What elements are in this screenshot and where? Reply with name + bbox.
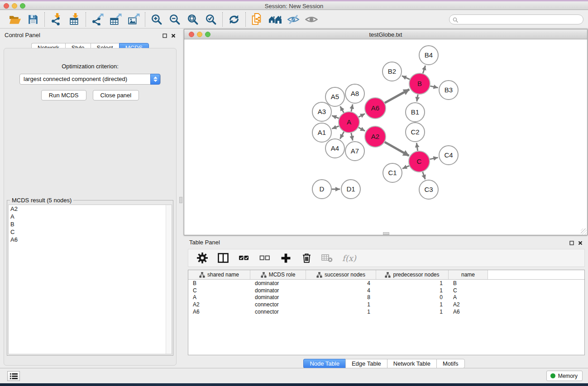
resize-grip[interactable] xyxy=(581,229,587,234)
table-cell[interactable]: A2 xyxy=(449,301,488,308)
graph-edge-A6-B[interactable] xyxy=(385,90,409,103)
tab-motifs[interactable]: Motifs xyxy=(436,359,465,368)
table-cell[interactable]: C xyxy=(449,287,488,294)
horizontal-split-handle[interactable] xyxy=(383,232,389,235)
column-header-name[interactable]: name xyxy=(449,270,488,279)
duplicate-network-icon[interactable] xyxy=(250,12,264,27)
graph-edge-A-A1[interactable] xyxy=(332,126,339,129)
table-row[interactable]: Bdominator41B xyxy=(188,280,584,287)
mcds-result-list[interactable]: A2ABCA6 xyxy=(8,205,172,354)
graph-edge-A-A3[interactable] xyxy=(332,116,339,119)
zoom-fit-icon[interactable] xyxy=(186,12,200,27)
table-cell[interactable]: A2 xyxy=(188,301,250,308)
table-cell[interactable]: 1 xyxy=(376,309,449,315)
table-cell[interactable]: dominator xyxy=(250,287,306,294)
table-cell[interactable]: 0 xyxy=(376,294,449,300)
table-cell[interactable]: 4 xyxy=(306,280,376,286)
table-cell[interactable]: A6 xyxy=(188,309,250,315)
table-cell[interactable]: dominator xyxy=(250,294,306,300)
graph-node-B1[interactable]: B1 xyxy=(406,103,425,122)
deselect-all-icon[interactable] xyxy=(259,252,271,264)
tab-node-table[interactable]: Node Table xyxy=(303,359,345,368)
graph-edge-A-A6[interactable] xyxy=(359,114,365,117)
result-list-item[interactable]: A xyxy=(9,213,172,220)
graph-edge-C-C2[interactable] xyxy=(416,143,417,151)
table-row[interactable]: Cdominator41C xyxy=(188,287,584,294)
graph-edge-A2-C[interactable] xyxy=(385,142,409,156)
graph-node-B3[interactable]: B3 xyxy=(439,81,458,100)
graph-node-A1[interactable]: A1 xyxy=(312,123,331,142)
column-header-predecessor-nodes[interactable]: predecessor nodes xyxy=(376,270,449,279)
criterion-dropdown[interactable]: largest connected component (directed) xyxy=(19,74,161,85)
result-list-item[interactable]: A6 xyxy=(9,236,172,243)
graph-node-D[interactable]: D xyxy=(312,180,331,199)
result-list-item[interactable]: A2 xyxy=(9,205,172,213)
graph-edge-B-B2[interactable] xyxy=(402,76,410,80)
table-cell[interactable]: 4 xyxy=(306,287,376,294)
run-mcds-button[interactable]: Run MCDS xyxy=(41,90,86,100)
tab-edge-table[interactable]: Edge Table xyxy=(345,359,387,368)
zoom-selected-icon[interactable] xyxy=(204,12,218,27)
zoom-in-icon[interactable] xyxy=(149,12,164,27)
refresh-icon[interactable] xyxy=(227,12,241,27)
column-browse-icon[interactable] xyxy=(217,252,229,264)
graph-node-C4[interactable]: C4 xyxy=(439,146,458,165)
graph-edge-A-A2[interactable] xyxy=(359,128,365,131)
table-cell[interactable]: B xyxy=(188,280,250,286)
float-panel-icon[interactable] xyxy=(163,32,167,40)
table-cell[interactable]: 1 xyxy=(376,301,449,308)
open-session-icon[interactable] xyxy=(8,12,22,27)
graph-edge-C-C1[interactable] xyxy=(402,166,409,168)
graph-node-A3[interactable]: A3 xyxy=(312,102,331,121)
graph-node-B4[interactable]: B4 xyxy=(419,46,438,65)
column-header-successor-nodes[interactable]: successor nodes xyxy=(306,270,376,279)
graph-node-A[interactable]: A xyxy=(339,112,359,133)
node-table[interactable]: shared nameMCDS rolesuccessor nodesprede… xyxy=(188,270,585,355)
export-table-icon[interactable] xyxy=(108,12,123,27)
graph-node-A6[interactable]: A6 xyxy=(365,98,386,119)
add-row-icon[interactable] xyxy=(280,252,292,264)
graph-edge-B-B4[interactable] xyxy=(423,66,425,73)
import-network-icon[interactable] xyxy=(49,12,63,27)
graph-edge-A-A7[interactable] xyxy=(351,133,353,141)
function-builder-icon[interactable]: f(x) xyxy=(342,252,356,264)
graph-edge-A-A5[interactable] xyxy=(340,106,344,113)
result-list-item[interactable]: C xyxy=(9,228,172,236)
column-header-MCDS-role[interactable]: MCDS role xyxy=(250,270,306,279)
table-row[interactable]: A6connector11A6 xyxy=(188,308,584,315)
table-cell[interactable]: A xyxy=(449,294,488,300)
table-cell[interactable]: A6 xyxy=(449,309,488,315)
table-cell[interactable]: dominator xyxy=(250,280,306,286)
close-panel-icon[interactable] xyxy=(171,32,176,40)
table-cell[interactable]: connector xyxy=(250,301,306,308)
graph-node-C[interactable]: C xyxy=(409,151,430,172)
graph-node-B[interactable]: B xyxy=(409,73,430,94)
graph-node-A7[interactable]: A7 xyxy=(345,142,364,161)
table-options-icon[interactable] xyxy=(196,252,208,264)
graph-node-D1[interactable]: D1 xyxy=(341,180,360,199)
table-cell[interactable]: 1 xyxy=(306,301,376,308)
zoom-out-icon[interactable] xyxy=(167,12,182,27)
float-table-panel-icon[interactable] xyxy=(569,239,574,247)
network-canvas[interactable]: B4B2BB3A8A5A6A3B1AA1C2A2A4A7C4CC1C3DD1 xyxy=(184,39,587,235)
column-header-shared-name[interactable]: shared name xyxy=(188,270,250,279)
table-cell[interactable]: connector xyxy=(250,309,306,315)
search-input[interactable] xyxy=(449,14,583,24)
table-cell[interactable]: C xyxy=(188,287,250,294)
network-window-titlebar[interactable]: testGlobe.txt xyxy=(184,29,587,39)
table-cell[interactable]: A xyxy=(188,294,250,300)
table-cell[interactable]: 8 xyxy=(306,294,376,300)
import-table-icon[interactable] xyxy=(67,12,81,27)
graph-edge-B-B3[interactable] xyxy=(430,86,438,88)
graph-edge-A-A4[interactable] xyxy=(340,132,344,139)
result-list-item[interactable]: B xyxy=(9,220,172,228)
graph-edge-C-C3[interactable] xyxy=(423,172,425,180)
graph-node-B2[interactable]: B2 xyxy=(382,62,402,81)
close-table-panel-icon[interactable] xyxy=(578,239,583,247)
graph-node-C1[interactable]: C1 xyxy=(383,163,402,182)
export-image-icon[interactable] xyxy=(126,12,141,27)
tab-network-table[interactable]: Network Table xyxy=(387,359,436,368)
graph-node-C3[interactable]: C3 xyxy=(419,180,438,199)
graph-node-A8[interactable]: A8 xyxy=(345,84,364,103)
table-cell[interactable]: B xyxy=(449,280,488,286)
